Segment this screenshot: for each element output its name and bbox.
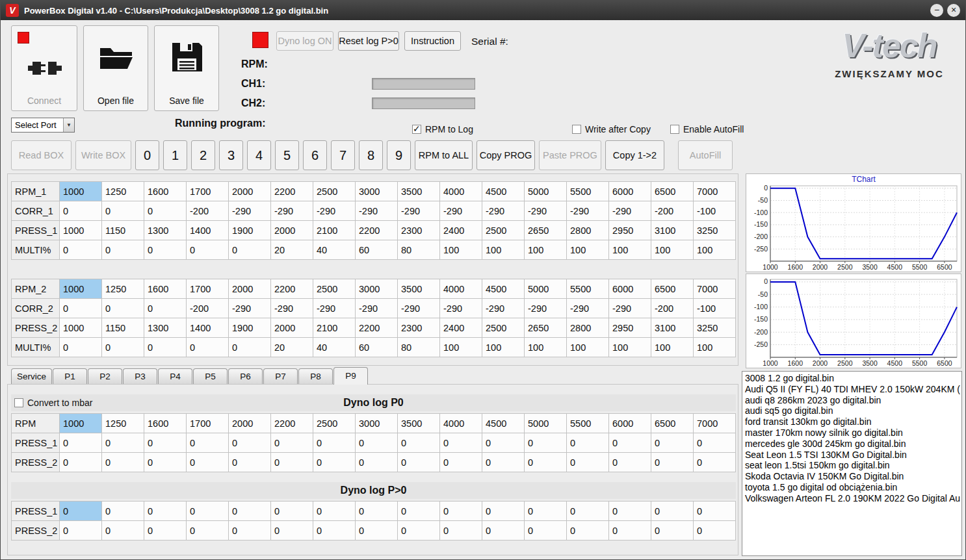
table-cell[interactable]: 1700 <box>187 279 229 299</box>
table-cell[interactable]: 5500 <box>567 182 609 201</box>
table-cell[interactable]: 2000 <box>271 318 313 338</box>
table-cell[interactable]: 5000 <box>525 414 567 433</box>
table-cell[interactable]: 6000 <box>609 182 651 201</box>
file-list-item[interactable]: 3008 1.2 go digital.bin <box>745 373 959 384</box>
table-cell[interactable]: 4000 <box>440 414 482 433</box>
table-cell[interactable]: 0 <box>60 521 102 541</box>
table-cell[interactable]: 6500 <box>651 182 694 201</box>
table-cell[interactable]: 0 <box>144 240 187 260</box>
table-cell[interactable]: 2650 <box>525 221 567 240</box>
table-cell[interactable]: 0 <box>398 502 440 521</box>
paste-prog-button[interactable]: Paste PROG <box>539 140 601 170</box>
table-cell[interactable]: 1300 <box>144 221 187 240</box>
table-cell[interactable]: 0 <box>187 502 229 521</box>
table-cell[interactable]: -200 <box>651 201 694 221</box>
table-cell[interactable]: 1300 <box>144 318 187 338</box>
table-cell[interactable]: 0 <box>102 521 144 541</box>
table-cell[interactable]: 0 <box>313 453 356 472</box>
table-cell[interactable]: 6000 <box>609 279 651 299</box>
convert-to-mbar-checkbox[interactable]: Convert to mbar <box>14 398 92 408</box>
write-box-button[interactable]: Write BOX <box>75 140 131 170</box>
table-cell[interactable]: 2950 <box>609 221 651 240</box>
table-cell[interactable]: 0 <box>356 502 398 521</box>
table-cell[interactable]: 3100 <box>651 221 694 240</box>
table-cell[interactable]: -290 <box>440 201 482 221</box>
table-cell[interactable]: 1000 <box>60 414 102 433</box>
table-cell[interactable]: 3500 <box>398 279 440 299</box>
table-cell[interactable]: -290 <box>271 299 313 318</box>
table-cell[interactable]: -290 <box>398 201 440 221</box>
table-cell[interactable]: 1000 <box>60 279 102 299</box>
table-cell[interactable]: 1600 <box>144 279 187 299</box>
table-cell[interactable]: 100 <box>694 240 736 260</box>
table-cell[interactable]: 100 <box>525 338 567 357</box>
table-cell[interactable]: 100 <box>651 240 694 260</box>
file-list-item[interactable]: ford transit 130km go digital.bin <box>745 416 959 427</box>
table-cell[interactable]: 0 <box>271 433 313 453</box>
table-cell[interactable]: 0 <box>313 521 356 541</box>
table-cell[interactable]: 0 <box>229 453 271 472</box>
table-cell[interactable]: 60 <box>356 240 398 260</box>
table-cell[interactable]: 1400 <box>187 318 229 338</box>
table-cell[interactable]: 0 <box>609 521 651 541</box>
table-cell[interactable]: 0 <box>271 453 313 472</box>
table-cell[interactable]: 0 <box>482 433 525 453</box>
table-cell[interactable]: 0 <box>398 521 440 541</box>
rpm-to-all-button[interactable]: RPM to ALL <box>415 140 473 170</box>
table-cell[interactable]: 0 <box>609 453 651 472</box>
digit-button-0[interactable]: 0 <box>135 140 159 170</box>
port-select[interactable]: Select Port ▼ <box>11 118 75 133</box>
table-cell[interactable]: 0 <box>482 502 525 521</box>
table-cell[interactable]: 5000 <box>525 279 567 299</box>
table-cell[interactable]: 1000 <box>60 318 102 338</box>
table-cell[interactable]: -200 <box>187 201 229 221</box>
minimize-button[interactable]: − <box>930 4 943 17</box>
table-cell[interactable]: -290 <box>440 299 482 318</box>
file-list-item[interactable]: master 170km nowy silnik go digital.bin <box>745 427 959 439</box>
file-list-item[interactable]: Volkswagen Arteon FL 2.0 190KM 2022 Go D… <box>745 493 959 504</box>
table-cell[interactable]: -100 <box>694 201 736 221</box>
table-cell[interactable]: -100 <box>694 299 736 318</box>
table-cell[interactable]: -200 <box>187 299 229 318</box>
table-cell[interactable]: -290 <box>271 201 313 221</box>
table-cell[interactable]: 0 <box>102 453 144 472</box>
table-cell[interactable]: 20 <box>271 338 313 357</box>
connect-button[interactable]: Connect <box>11 25 77 111</box>
table-cell[interactable]: 2800 <box>567 221 609 240</box>
instruction-button[interactable]: Instruction <box>404 31 461 51</box>
table-cell[interactable]: 0 <box>567 502 609 521</box>
open-file-button[interactable]: Open file <box>83 25 148 111</box>
table-cell[interactable]: 0 <box>144 338 187 357</box>
digit-button-2[interactable]: 2 <box>191 140 215 170</box>
digit-button-1[interactable]: 1 <box>163 140 187 170</box>
tab-p1[interactable]: P1 <box>53 368 87 384</box>
table-cell[interactable]: 0 <box>440 453 482 472</box>
table-cell[interactable]: 0 <box>482 521 525 541</box>
file-list-item[interactable]: audi sq5 go digital.bin <box>745 405 959 416</box>
table-cell[interactable]: -200 <box>651 299 694 318</box>
table-cell[interactable]: 0 <box>144 201 187 221</box>
table-cell[interactable]: 40 <box>313 240 356 260</box>
table-cell[interactable]: 2400 <box>440 221 482 240</box>
file-list-item[interactable]: mercedes gle 300d 245km go digital.bin <box>745 439 959 450</box>
table-cell[interactable]: 0 <box>651 433 694 453</box>
table-cell[interactable]: 2650 <box>525 318 567 338</box>
digit-button-5[interactable]: 5 <box>275 140 299 170</box>
table-cell[interactable]: 7000 <box>694 279 736 299</box>
table-cell[interactable]: 1150 <box>102 221 144 240</box>
table-cell[interactable]: 2000 <box>229 182 271 201</box>
table-cell[interactable]: 2100 <box>313 221 356 240</box>
table-cell[interactable]: 5500 <box>567 414 609 433</box>
table-cell[interactable]: 0 <box>651 521 694 541</box>
table-cell[interactable]: 0 <box>60 338 102 357</box>
table-cell[interactable]: -290 <box>229 299 271 318</box>
table-cell[interactable]: -290 <box>525 299 567 318</box>
tab-service[interactable]: Service <box>11 368 52 384</box>
table-cell[interactable]: 0 <box>525 521 567 541</box>
table-cell[interactable]: 0 <box>440 433 482 453</box>
table-cell[interactable]: -290 <box>567 299 609 318</box>
table-cell[interactable]: 100 <box>482 338 525 357</box>
table-cell[interactable]: 0 <box>229 240 271 260</box>
digit-button-4[interactable]: 4 <box>247 140 271 170</box>
table-cell[interactable]: 1000 <box>60 182 102 201</box>
